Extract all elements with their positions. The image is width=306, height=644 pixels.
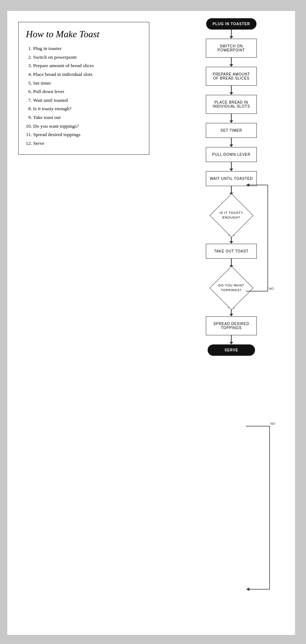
arrow (230, 120, 233, 123)
no-path-toppings (246, 426, 270, 589)
step-item: Serve (33, 139, 142, 148)
connector (231, 114, 232, 120)
arrow (230, 92, 233, 95)
connector (231, 138, 232, 144)
connector (231, 30, 232, 36)
arrow (230, 169, 233, 171)
step-item: Wait until toasted (33, 96, 142, 105)
step-item: Do you want toppings? (33, 122, 142, 131)
node-serve: SERVE (208, 344, 255, 356)
left-panel: How to Make Toast Plug in toasterSwitch … (18, 22, 149, 155)
connector (231, 86, 232, 92)
arrow (230, 342, 233, 344)
step-item: Pull down lever (33, 87, 142, 96)
connector (231, 162, 232, 169)
step-item: Prepare amount of bread slices (33, 61, 142, 70)
steps-list: Plug in toasterSwitch on powerpointPrepa… (26, 44, 142, 148)
step-item: Is it toasty enough? (33, 104, 142, 113)
step-item: Spread desired toppings (33, 130, 142, 139)
node-prepare: PREPARE AMOUNTOF BREAD SLICES (206, 67, 257, 86)
connector (231, 335, 232, 342)
connector (231, 58, 232, 64)
node-place-bread: PLACE BREAD ININDIVIDUAL SLOTS (206, 95, 257, 114)
flowchart: PLUG IN TOASTER SWITCH ONPOWERPOINT PREP… (171, 18, 291, 356)
label-no-toppings: NO (270, 422, 275, 425)
node-toasty-text: IS IT TOASTYENOUGH? (220, 211, 243, 220)
connector (231, 186, 232, 193)
arrow (230, 64, 233, 67)
node-plug-in: PLUG IN TOASTER (206, 18, 257, 30)
node-take-out: TAKE OUT TOAST (206, 244, 257, 259)
node-spread: SPREAD DESIREDTOPPINGS (206, 316, 257, 335)
step-item: Place bread in individual slots (33, 70, 142, 79)
connector (231, 259, 232, 265)
arrow (230, 241, 233, 244)
page-title: How to Make Toast (26, 29, 142, 40)
arrow (230, 36, 233, 39)
step-item: Set timer (33, 79, 142, 88)
node-switch-on: SWITCH ONPOWERPOINT (206, 39, 257, 58)
page: How to Make Toast Plug in toasterSwitch … (7, 11, 295, 635)
node-set-timer: SET TIMER (206, 123, 257, 138)
node-wait: WAIT UNTIL TOASTED (206, 171, 257, 186)
node-pull-lever: PULL DOWN LEVER (206, 147, 257, 162)
step-item: Switch on powerpoint (33, 53, 142, 62)
step-item: Take toast out (33, 113, 142, 122)
node-toppings-text: DO YOU WANTTOPPINGS? (219, 283, 244, 292)
arrow (230, 144, 233, 147)
arrow (230, 314, 233, 316)
step-item: Plug in toaster (33, 44, 142, 53)
